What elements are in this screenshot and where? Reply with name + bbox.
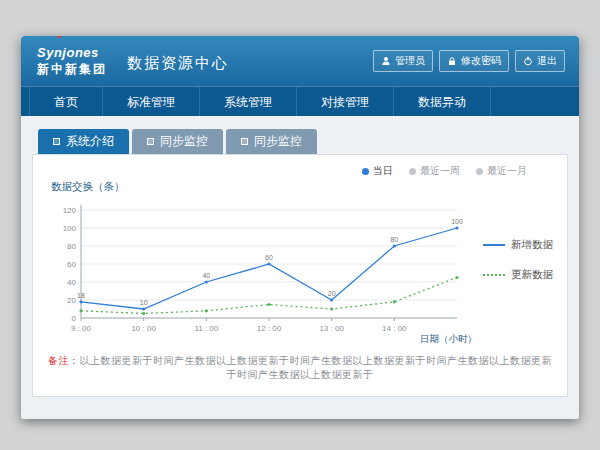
page-title: 数据资源中心 (127, 54, 229, 73)
nav-item-interface-mgmt[interactable]: 对接管理 (297, 87, 394, 116)
change-password-label: 修改密码 (461, 54, 501, 68)
filter-dot-icon (476, 168, 483, 175)
time-filter-legend: 当日 最近一周 最近一月 (47, 164, 527, 178)
power-icon (523, 56, 533, 66)
tab-icon (53, 138, 60, 145)
svg-text:100: 100 (63, 224, 77, 233)
footnote: 备注：以上数据更新于时间产生数据以上数据更新于时间产生数据以上数据更新于时间产生… (47, 354, 553, 382)
svg-text:12 : 00: 12 : 00 (257, 324, 282, 333)
solid-line-icon (483, 244, 505, 246)
svg-text:11 : 00: 11 : 00 (194, 324, 218, 333)
filter-label: 最近一周 (420, 164, 460, 178)
filter-dot-icon (362, 168, 369, 175)
chart-panel: 当日 最近一周 最近一月 数据交换（条） 0204060801001209 : … (32, 154, 568, 397)
filter-today[interactable]: 当日 (362, 164, 393, 178)
svg-text:10: 10 (140, 299, 148, 306)
admin-user-button[interactable]: 管理员 (373, 50, 433, 72)
tab-bar: 系统介绍 同步监控 同步监控 (38, 129, 568, 154)
tab-icon (147, 138, 154, 145)
nav-item-data-change[interactable]: 数据异动 (394, 87, 491, 116)
svg-text:20: 20 (328, 290, 336, 297)
series-legend: 新增数据 更新数据 (483, 194, 553, 282)
logout-button[interactable]: 退出 (515, 50, 565, 72)
legend-label: 新增数据 (511, 238, 553, 252)
logout-label: 退出 (537, 54, 557, 68)
svg-text:100: 100 (451, 218, 463, 225)
logo-text-en: Synjones (37, 46, 107, 60)
svg-text:13 : 00: 13 : 00 (319, 324, 344, 333)
tab-label: 同步监控 (254, 133, 302, 150)
filter-dot-icon (409, 168, 416, 175)
nav-item-system-mgmt[interactable]: 系统管理 (200, 87, 297, 116)
tab-system-intro[interactable]: 系统介绍 (38, 129, 129, 154)
logo-accent-dot (57, 36, 61, 38)
chart-y-axis-title: 数据交换（条） (51, 180, 553, 194)
tab-sync-monitor-2[interactable]: 同步监控 (226, 129, 317, 154)
svg-text:40: 40 (67, 278, 76, 287)
svg-text:80: 80 (390, 236, 398, 243)
header-actions: 管理员 修改密码 退出 (373, 50, 565, 72)
svg-text:0: 0 (72, 314, 77, 323)
legend-item-updated-data[interactable]: 更新数据 (483, 268, 553, 282)
lock-icon (447, 56, 457, 66)
change-password-button[interactable]: 修改密码 (439, 50, 509, 72)
nav-item-home[interactable]: 首页 (29, 87, 103, 116)
header: Synjones 新中新集团 数据资源中心 管理员 修改密码 (21, 36, 579, 86)
line-chart: 0204060801001209 : 0010 : 0011 : 0012 : … (47, 194, 479, 346)
admin-user-label: 管理员 (395, 54, 425, 68)
svg-text:60: 60 (67, 260, 76, 269)
filter-label: 最近一月 (487, 164, 527, 178)
tab-sync-monitor-1[interactable]: 同步监控 (132, 129, 223, 154)
content-area: 系统介绍 同步监控 同步监控 当日 最近一周 (21, 116, 579, 419)
svg-text:9 : 00: 9 : 00 (71, 324, 92, 333)
user-icon (381, 56, 391, 66)
svg-text:10 : 00: 10 : 00 (131, 324, 156, 333)
brand-logo: Synjones 新中新集团 (37, 46, 107, 75)
filter-label: 当日 (373, 164, 393, 178)
filter-last-week[interactable]: 最近一周 (409, 164, 460, 178)
app-window: Synjones 新中新集团 数据资源中心 管理员 修改密码 (21, 36, 579, 419)
svg-text:120: 120 (63, 206, 77, 215)
logo-text-cn: 新中新集团 (37, 63, 107, 76)
tab-icon (241, 138, 248, 145)
svg-text:60: 60 (265, 254, 273, 261)
svg-text:20: 20 (67, 296, 76, 305)
svg-text:日期（小时）: 日期（小时） (420, 333, 477, 344)
svg-text:18: 18 (77, 292, 85, 299)
legend-label: 更新数据 (511, 268, 553, 282)
chart-row: 0204060801001209 : 0010 : 0011 : 0012 : … (47, 194, 553, 346)
svg-text:40: 40 (202, 272, 210, 279)
svg-text:14 : 00: 14 : 00 (382, 324, 407, 333)
tab-label: 同步监控 (160, 133, 208, 150)
tab-label: 系统介绍 (66, 133, 114, 150)
svg-text:80: 80 (67, 242, 76, 251)
main-nav: 首页 标准管理 系统管理 对接管理 数据异动 (21, 86, 579, 116)
nav-item-standard-mgmt[interactable]: 标准管理 (103, 87, 200, 116)
filter-last-month[interactable]: 最近一月 (476, 164, 527, 178)
footnote-label: 备注： (48, 355, 80, 366)
dotted-line-icon (483, 274, 505, 276)
footnote-text: 以上数据更新于时间产生数据以上数据更新于时间产生数据以上数据更新于时间产生数据以… (80, 355, 553, 380)
legend-item-new-data[interactable]: 新增数据 (483, 238, 553, 252)
